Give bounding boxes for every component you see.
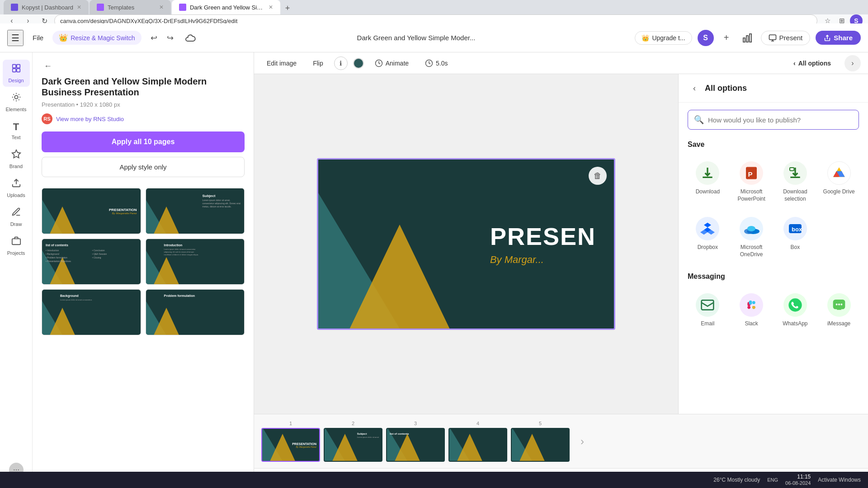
svg-point-22	[747, 226, 755, 231]
filmstrip-item-4[interactable]: 4	[448, 421, 507, 462]
sidebar-item-projects[interactable]: Projects	[3, 232, 30, 259]
template-title: Dark Green and Yellow Simple Modern Busi…	[42, 76, 245, 98]
edit-image-btn[interactable]: Edit image	[261, 57, 302, 70]
share-btn[interactable]: Share	[816, 31, 861, 45]
flip-btn[interactable]: Flip	[307, 57, 329, 70]
windows-taskbar: 26°C Mostly cloudy ENG 11:15 06-08-2024 …	[0, 472, 868, 488]
browser-chrome: Kopyst | Dashboard ✕ Templates ✕ Dark Gr…	[0, 0, 868, 23]
elements-icon	[11, 92, 21, 105]
service-dl-selection[interactable]: Download selection	[774, 154, 817, 210]
sidebar-item-brand[interactable]: Brand	[3, 145, 30, 173]
list-item[interactable]: Introduction Lorem ipsum dolor sit amet …	[146, 239, 245, 285]
all-options-btn[interactable]: ‹ All options	[787, 57, 837, 70]
author-name[interactable]: View more by RNS Studio	[56, 116, 124, 122]
text-label: Text	[11, 135, 20, 140]
sidebar-item-draw[interactable]: Draw	[3, 203, 30, 230]
service-gdrive[interactable]: Google Drive	[817, 154, 861, 210]
filmstrip-item-3[interactable]: 3 list of contents	[386, 421, 445, 462]
undo-btn[interactable]: ↩	[147, 31, 161, 45]
svg-rect-0	[743, 38, 745, 42]
list-item[interactable]: list of contents • Introduction• Backgro…	[42, 239, 141, 285]
animate-btn[interactable]: Animate	[369, 56, 414, 70]
svg-rect-1	[746, 36, 748, 42]
panel-back-btn[interactable]: ←	[42, 60, 54, 72]
messaging-section-title: Messaging	[679, 269, 868, 282]
upgrade-btn[interactable]: 👑 Upgrade t...	[635, 31, 692, 45]
uploads-icon	[11, 178, 21, 191]
service-email-label: Email	[701, 320, 714, 328]
svg-rect-2	[750, 34, 751, 42]
add-btn[interactable]: +	[719, 31, 734, 45]
service-whatsapp[interactable]: WhatsApp	[774, 286, 817, 335]
list-item[interactable]: Subject Lorem ipsum dolor sit amet,conse…	[146, 188, 245, 234]
slide-subtitle: By Margar...	[490, 254, 596, 266]
tab-templates[interactable]: Templates ✕	[90, 0, 171, 14]
apply-all-btn[interactable]: Apply all 10 pages	[42, 131, 245, 152]
svg-rect-7	[16, 69, 19, 72]
service-dropbox[interactable]: Dropbox	[686, 210, 730, 265]
sidebar-item-uploads[interactable]: Uploads	[3, 174, 30, 202]
projects-label: Projects	[7, 250, 25, 256]
publish-search-input[interactable]	[688, 110, 859, 130]
publish-back-btn[interactable]: ‹	[688, 81, 701, 95]
animate-icon	[375, 59, 383, 67]
sidebar-item-design[interactable]: Design	[3, 60, 30, 87]
svg-rect-6	[12, 69, 15, 72]
analytics-btn[interactable]	[739, 30, 755, 46]
svg-point-36	[840, 304, 842, 305]
save-to-cloud-btn[interactable]	[183, 31, 198, 45]
svg-rect-5	[16, 65, 19, 68]
svg-point-31	[752, 306, 755, 309]
chevron-right-icon: ›	[851, 59, 854, 67]
svg-rect-25	[702, 300, 714, 310]
text-icon: T	[13, 121, 19, 133]
new-tab-btn[interactable]: +	[281, 2, 294, 14]
info-btn[interactable]: ℹ	[334, 56, 348, 70]
service-download[interactable]: Download	[686, 154, 730, 210]
time-display: 11:15	[785, 474, 811, 480]
filmstrip-item-1[interactable]: 1 PRESENTATION By Margaraita Parez	[261, 421, 320, 462]
filmstrip-num: 1	[289, 421, 292, 426]
lang-label: ENG	[767, 477, 778, 483]
brand-label: Brand	[9, 164, 23, 169]
user-avatar[interactable]: S	[698, 30, 714, 46]
duration-btn[interactable]: 5.0s	[420, 56, 453, 70]
filmstrip-add-btn[interactable]: ›	[573, 424, 591, 458]
service-ppt-label: Microsoft PowerPoint	[733, 188, 770, 202]
color-circle[interactable]	[353, 58, 364, 69]
brand-icon	[11, 149, 21, 162]
tab-kopyst[interactable]: Kopyst | Dashboard ✕	[4, 0, 89, 14]
present-btn[interactable]: Present	[761, 31, 811, 45]
redo-btn[interactable]: ↪	[163, 31, 178, 45]
list-item[interactable]: Problem formulation	[146, 289, 245, 335]
sidebar-item-text[interactable]: T Text	[3, 117, 30, 144]
tab-canva[interactable]: Dark Green and Yellow Simple ... ✕	[172, 0, 280, 14]
service-slack[interactable]: Slack	[730, 286, 774, 335]
filmstrip-num: 4	[476, 421, 479, 426]
service-box[interactable]: box Box	[774, 210, 817, 265]
svg-point-34	[835, 304, 837, 305]
canvas-toolbar: Edit image Flip ℹ Animate 5.0s	[254, 52, 868, 74]
uploads-label: Uploads	[7, 192, 25, 198]
list-item[interactable]: Background Lorem ipsum dolor sit amet co…	[42, 289, 141, 335]
file-menu-btn[interactable]: File	[29, 32, 47, 43]
collapse-panel-btn[interactable]: ›	[844, 55, 861, 71]
hamburger-menu-btn[interactable]: ☰	[7, 30, 24, 46]
filmstrip-item-5[interactable]: 5	[511, 421, 570, 462]
resize-magic-switch-btn[interactable]: 👑 Resize & Magic Switch	[52, 31, 141, 45]
service-box-label: Box	[791, 244, 800, 251]
filmstrip-item-2[interactable]: 2 Subject Lorem ipsum dolor sit amet	[324, 421, 382, 462]
list-item[interactable]: PRESENTATION By Margaraita Parez	[42, 188, 141, 234]
service-imessage[interactable]: iMessage	[817, 286, 861, 335]
service-onedrive[interactable]: Microsoft OneDrive	[730, 210, 774, 265]
svg-text:box: box	[792, 226, 802, 233]
service-email[interactable]: Email	[686, 286, 730, 335]
sidebar-item-elements[interactable]: Elements	[3, 89, 30, 116]
delete-slide-btn[interactable]: 🗑	[589, 167, 607, 185]
service-ppt[interactable]: P Microsoft PowerPoint	[730, 154, 774, 210]
svg-rect-29	[749, 300, 752, 305]
projects-icon	[11, 236, 21, 249]
elements-label: Elements	[6, 107, 27, 112]
slide-canvas[interactable]: PRESEN By Margar... 🗑	[317, 158, 615, 330]
apply-style-btn[interactable]: Apply style only	[42, 157, 245, 177]
